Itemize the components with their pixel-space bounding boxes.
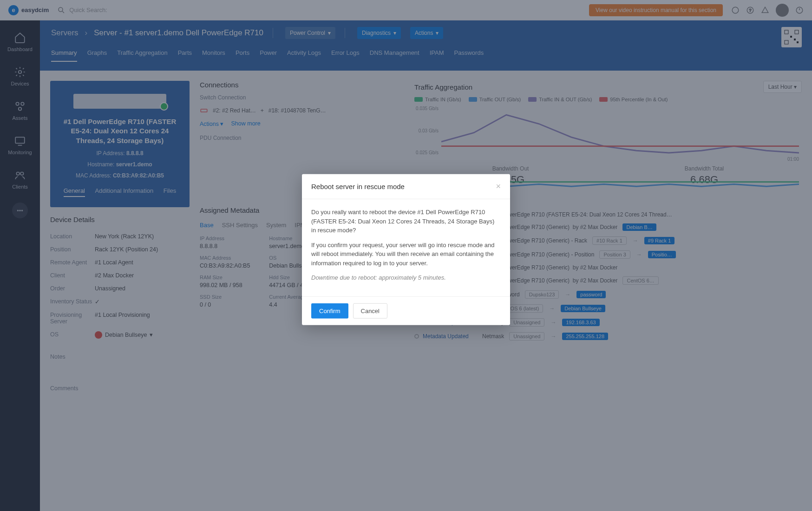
modal-title: Reboot server in rescue mode [311,183,405,190]
cancel-button[interactable]: Cancel [353,303,387,318]
modal-line-2: If you confirm your request, your server… [311,240,501,268]
reboot-modal: Reboot server in rescue mode × Do you re… [302,174,510,325]
confirm-button[interactable]: Confirm [311,303,348,318]
close-icon[interactable]: × [496,182,501,191]
modal-line-3: Downtime due to reboot: approximately 5 … [311,274,446,281]
modal-line-1: Do you really want to reboot the device … [311,208,501,235]
